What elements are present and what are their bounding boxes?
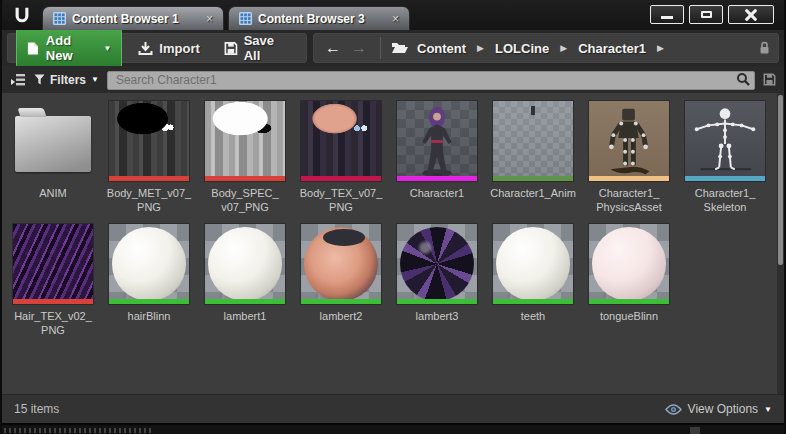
asset-tile[interactable]: lambert1: [200, 223, 290, 337]
maximize-icon: [701, 11, 712, 18]
toolbar: Add New ▼ Import Save All: [2, 30, 784, 66]
tab-close-icon[interactable]: ×: [204, 12, 215, 26]
asset-type-color-bar: [493, 299, 573, 304]
save-all-label: Save All: [244, 33, 290, 63]
chevron-down-icon: ▼: [91, 75, 99, 84]
asset-thumbnail: [204, 100, 286, 182]
asset-thumbnail: [300, 100, 382, 182]
lock-icon[interactable]: [759, 41, 770, 55]
tab-strip: Content Browser 1 × Content Browser 3 ×: [42, 0, 414, 30]
asset-label: lambert2: [320, 309, 363, 337]
breadcrumb-arrow-icon[interactable]: ▶: [654, 43, 667, 53]
asset-tile[interactable]: Body_​TEX_​v07_​PNG: [296, 100, 386, 214]
character-figure: [397, 101, 477, 181]
minimize-button[interactable]: [650, 5, 684, 24]
window-controls: [650, 5, 774, 24]
content-browser-tab-icon: [53, 12, 66, 25]
asset-thumbnail: [492, 223, 574, 305]
unreal-engine-logo-icon: [2, 0, 42, 30]
tab-label: Content Browser 1: [72, 12, 198, 26]
asset-label: Character1_​Skeleton: [681, 186, 769, 214]
asset-type-color-bar: [685, 176, 765, 181]
asset-grid: ANIMBody_​MET_​v07_​PNGBody_​SPEC_​v07_​…: [2, 93, 784, 337]
asset-tile[interactable]: Character1_​PhysicsAsset: [584, 100, 674, 214]
new-asset-icon: [27, 41, 39, 56]
filters-label: Filters: [50, 73, 86, 87]
background-window-fragment: [4, 428, 154, 433]
asset-type-color-bar: [205, 176, 285, 181]
asset-label: hairBlinn: [128, 309, 171, 337]
asset-tile[interactable]: lambert2: [296, 223, 386, 337]
asset-type-color-bar: [301, 299, 381, 304]
status-bar: 15 items View Options ▼: [2, 394, 784, 423]
asset-label: lambert1: [224, 309, 267, 337]
background-window-edge: [2, 423, 784, 434]
add-new-button[interactable]: Add New ▼: [16, 28, 122, 68]
breadcrumb-lolcine[interactable]: LOLCine: [491, 41, 553, 56]
tab-label: Content Browser 3: [258, 12, 384, 26]
save-all-button[interactable]: Save All: [216, 29, 298, 67]
asset-label: teeth: [521, 309, 545, 337]
filter-bar: Filters ▼: [2, 66, 784, 93]
asset-type-color-bar: [109, 299, 189, 304]
asset-tile[interactable]: Hair_​TEX_​v02_​PNG: [8, 223, 98, 337]
asset-thumbnail: [108, 223, 190, 305]
asset-tile[interactable]: lambert3: [392, 223, 482, 337]
forward-button[interactable]: →: [348, 40, 370, 56]
items-count: 15 items: [14, 402, 59, 416]
asset-type-color-bar: [205, 299, 285, 304]
content-browser-window: Content Browser 1 × Content Browser 3 ×: [0, 0, 786, 434]
filters-button[interactable]: Filters ▼: [34, 73, 99, 87]
tab-content-browser-1[interactable]: Content Browser 1 ×: [42, 6, 224, 30]
asset-type-color-bar: [13, 299, 93, 304]
sources-panel-toggle-icon[interactable]: [10, 73, 26, 87]
search-icon: [736, 72, 750, 86]
view-options-label: View Options: [688, 402, 758, 416]
asset-tile[interactable]: Body_​SPEC_​v07_​PNG: [200, 100, 290, 214]
asset-thumbnail: [588, 100, 670, 182]
asset-label: Hair_​TEX_​v02_​PNG: [9, 309, 97, 337]
tab-content-browser-3[interactable]: Content Browser 3 ×: [228, 6, 410, 30]
save-icon: [224, 41, 238, 56]
breadcrumb-character1[interactable]: Character1: [574, 41, 650, 56]
asset-thumbnail: [300, 223, 382, 305]
asset-thumbnail: [396, 223, 478, 305]
asset-tile[interactable]: Character1: [392, 100, 482, 214]
asset-label: ANIM: [39, 186, 67, 214]
search-input[interactable]: [107, 71, 755, 90]
content-browser-tab-icon: [239, 12, 252, 25]
import-button[interactable]: Import: [130, 37, 207, 60]
close-button[interactable]: [728, 5, 774, 24]
asset-type-color-bar: [589, 176, 669, 181]
chevron-down-icon: ▼: [764, 405, 772, 414]
asset-tile[interactable]: teeth: [488, 223, 578, 337]
asset-thumbnail: [492, 100, 574, 182]
import-icon: [138, 41, 153, 56]
asset-label: Character1_​PhysicsAsset: [585, 186, 673, 214]
asset-tile[interactable]: Character1_​Skeleton: [680, 100, 770, 214]
back-button[interactable]: ←: [322, 40, 344, 56]
asset-label: Character1: [410, 186, 464, 214]
asset-tile[interactable]: Character1_​Anim: [488, 100, 578, 214]
asset-tile[interactable]: hairBlinn: [104, 223, 194, 337]
asset-tile[interactable]: Body_​MET_​v07_​PNG: [104, 100, 194, 214]
asset-tile[interactable]: ANIM: [8, 100, 98, 214]
folder-icon: [15, 116, 91, 172]
asset-label: Body_​TEX_​v07_​PNG: [297, 186, 385, 214]
tab-close-icon[interactable]: ×: [390, 12, 401, 26]
import-label: Import: [159, 41, 199, 56]
breadcrumb-content[interactable]: Content: [413, 41, 470, 56]
asset-thumbnail: [12, 223, 94, 305]
asset-label: lambert3: [416, 309, 459, 337]
maximize-button[interactable]: [689, 5, 723, 24]
eye-icon: [665, 404, 682, 415]
vertical-scrollbar[interactable]: [777, 93, 784, 394]
breadcrumb-arrow-icon: ▶: [557, 43, 570, 53]
divider: [380, 37, 381, 59]
view-options-button[interactable]: View Options ▼: [665, 402, 772, 416]
scrollbar-thumb[interactable]: [778, 95, 783, 265]
chevron-down-icon: ▼: [103, 44, 111, 53]
physics-figure: [589, 101, 669, 181]
asset-tile[interactable]: tongueBlinn: [584, 223, 674, 337]
save-search-icon[interactable]: [763, 73, 776, 86]
